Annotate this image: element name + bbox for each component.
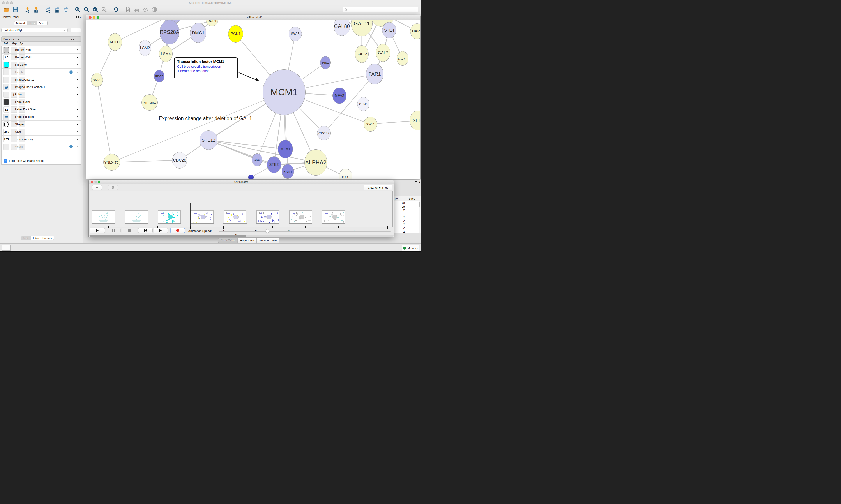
network-node-ste2[interactable]: STE2 — [267, 156, 281, 173]
expand-row-icon[interactable] — [77, 131, 78, 133]
default-value-cell[interactable]: 50.0 — [3, 129, 10, 135]
network-node-dmc1[interactable]: DMC1 — [190, 23, 206, 43]
playhead[interactable] — [190, 202, 191, 226]
default-value-cell[interactable] — [3, 121, 10, 127]
table-row[interactable]: 2 — [394, 230, 419, 233]
expand-row-icon[interactable] — [77, 146, 78, 148]
timeline[interactable]: 0123456789Seconds — [90, 191, 393, 227]
network-canvas[interactable]: DCP1RPS28ADMC1PCK1SWI5GAL80GAL11STE4HAP2… — [86, 20, 420, 179]
zoom-out-icon[interactable] — [83, 6, 90, 13]
step-backward-button[interactable] — [138, 228, 153, 233]
network-node-mfa2[interactable]: MFA2 — [333, 88, 346, 104]
network-node-ste12[interactable]: STE12 — [199, 130, 217, 150]
timeline-frame-3[interactable] — [191, 211, 214, 223]
info-icon[interactable]: i — [69, 145, 73, 148]
import-network-icon[interactable] — [24, 6, 31, 13]
network-node-cln3[interactable]: CLN3 — [357, 97, 370, 111]
default-value-cell[interactable]: 2.0 — [3, 54, 10, 60]
property-row-border-width[interactable]: 2.0Border Width — [2, 54, 81, 61]
expand-row-icon[interactable] — [77, 123, 78, 125]
style-selector[interactable]: galFiltered Style — [1, 28, 68, 32]
network-node-pdc5[interactable]: PDC5 — [154, 70, 164, 82]
network-node-lsm4[interactable]: LSM4 — [159, 46, 173, 62]
default-value-cell[interactable] — [3, 77, 10, 83]
open-session-icon[interactable] — [3, 6, 10, 13]
info-icon[interactable]: i — [69, 71, 73, 74]
table-tab-network-table[interactable]: Network Table — [257, 238, 279, 243]
step-forward-button[interactable] — [154, 228, 168, 233]
annotation-link-2[interactable]: Pheromone response — [177, 69, 235, 73]
network-node-bar1[interactable]: BAR1 — [282, 164, 294, 179]
default-value-cell[interactable]: 12 — [3, 106, 10, 112]
search-binoculars-icon[interactable] — [133, 6, 141, 13]
play-button[interactable] — [90, 228, 105, 233]
timeline-frame-2[interactable] — [158, 211, 181, 223]
collapse-all-icon[interactable]: ⌃⌃ — [75, 37, 79, 40]
bottom-tab-network[interactable]: Network — [41, 236, 53, 240]
network-node-swi4[interactable]: SWI4 — [363, 117, 377, 131]
property-row-border-paint[interactable]: Border Paint — [2, 46, 81, 54]
timeline-frame-0[interactable] — [92, 211, 115, 223]
timeline-frame-4[interactable] — [223, 211, 246, 223]
network-node-mth1[interactable]: MTH1 — [108, 33, 122, 51]
stop-button[interactable] — [122, 228, 137, 233]
export-table-icon[interactable] — [53, 6, 61, 13]
zoom-fit-icon[interactable] — [92, 6, 99, 13]
expand-row-icon[interactable] — [77, 78, 78, 81]
network-node-far1[interactable]: FAR1 — [366, 64, 383, 84]
network-edge[interactable] — [112, 92, 284, 162]
table-header-row[interactable]: ity Stres — [394, 196, 420, 201]
expand-row-icon[interactable] — [77, 56, 78, 58]
float-panel-icon[interactable] — [76, 16, 78, 18]
network-node-pis1[interactable]: PIS1 — [320, 56, 331, 69]
expand-row-icon[interactable] — [77, 64, 78, 66]
timeline-frame-7[interactable] — [322, 211, 345, 223]
network-node-yil105c[interactable]: YIL105C — [142, 94, 158, 111]
network-node-blue1[interactable] — [248, 175, 254, 179]
property-row-label[interactable]: ⋮›Label — [2, 91, 81, 98]
timeline-frame-5[interactable] — [256, 211, 279, 223]
default-value-cell[interactable] — [3, 114, 10, 120]
network-node-ste4[interactable]: STE4 — [382, 22, 396, 38]
property-row-fill-color[interactable]: Fill Color — [2, 61, 81, 69]
expand-row-icon[interactable] — [77, 101, 78, 103]
default-value-cell[interactable] — [3, 144, 10, 150]
add-frame-button[interactable]: + — [92, 185, 102, 190]
annotation-box[interactable]: Transcription factor MCM1 Cell-type-spec… — [174, 57, 238, 78]
network-node-rps28a[interactable]: RPS28A — [160, 20, 179, 44]
property-row-label-font-size[interactable]: 12Label Font Size — [2, 106, 81, 113]
property-row-label-position[interactable]: Label Position — [2, 113, 81, 121]
export-image-icon[interactable] — [62, 6, 69, 13]
table-scrollbar[interactable] — [419, 201, 420, 233]
float-table-icon[interactable] — [415, 181, 417, 184]
default-value-cell[interactable] — [3, 47, 10, 53]
network-node-alpha2[interactable]: ALPHA2 — [304, 149, 327, 176]
record-button[interactable] — [170, 228, 185, 233]
table-row[interactable]: 25 — [394, 205, 419, 209]
network-node-gal7[interactable]: GAL7 — [376, 44, 390, 62]
default-value-cell[interactable] — [3, 62, 10, 68]
import-table-icon[interactable] — [32, 6, 40, 13]
property-row-image-chart-1[interactable]: Image/Chart 1 — [2, 76, 81, 84]
expand-row-icon[interactable] — [77, 108, 78, 111]
expand-row-icon[interactable] — [77, 93, 78, 96]
show-eye-icon[interactable] — [151, 6, 158, 13]
network-node-ynl047c[interactable]: YNL047C — [103, 154, 120, 170]
network-node-gal2[interactable]: GAL2 — [355, 45, 369, 63]
expand-row-icon[interactable] — [77, 49, 78, 51]
refresh-layout-icon[interactable] — [112, 6, 120, 13]
cyanimator-scrollbar[interactable] — [89, 235, 394, 237]
network-node-cdc28[interactable]: CDC28 — [172, 152, 187, 168]
default-value-cell[interactable]: 255 — [3, 136, 10, 142]
network-node-cdc42[interactable]: CDC42 — [317, 126, 331, 140]
default-value-cell[interactable] — [3, 84, 10, 90]
table-row[interactable]: 2 — [394, 209, 419, 212]
expand-row-icon[interactable] — [77, 116, 78, 118]
slider-handle[interactable] — [266, 229, 269, 233]
zoom-selected-icon[interactable] — [100, 6, 108, 13]
zoom-in-icon[interactable] — [74, 6, 82, 13]
close-table-icon[interactable]: ✗ — [418, 181, 420, 184]
network-node-gcy1[interactable]: GCY1 — [397, 51, 409, 66]
network-node-mfa1[interactable]: MFA1 — [278, 140, 293, 158]
scrollbar-thumb[interactable] — [90, 235, 246, 237]
